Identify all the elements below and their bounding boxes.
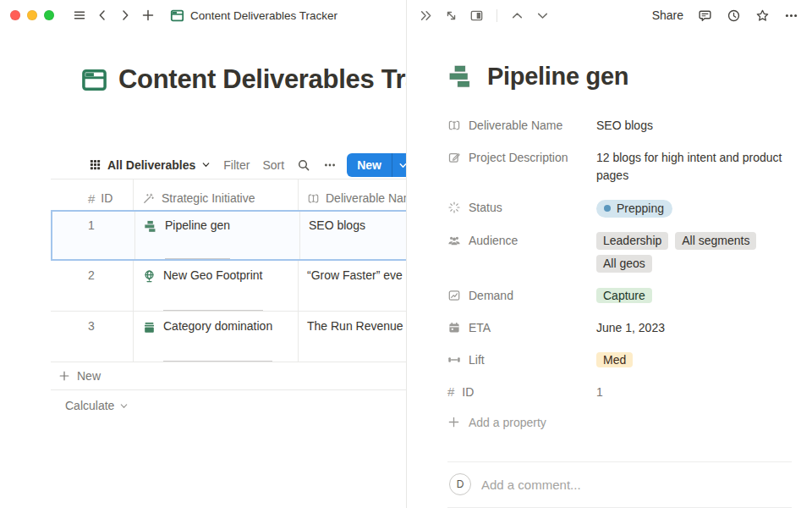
status-pill[interactable]: Prepping xyxy=(596,200,672,218)
double-chevron-right-icon[interactable] xyxy=(419,8,433,23)
peek-title-block: Pipeline gen xyxy=(447,63,792,91)
main-pane: Content Deliverables Tracker Content Del… xyxy=(0,0,406,508)
property-label[interactable]: Lift xyxy=(447,351,596,369)
page-link[interactable]: Category domination xyxy=(163,319,272,362)
property-label[interactable]: Project Description xyxy=(447,148,596,167)
new-record-split-button: New xyxy=(347,153,406,177)
cell-id[interactable]: 2 xyxy=(51,261,134,311)
property-value[interactable]: SEO blogs xyxy=(596,116,792,135)
property-list: Deliverable Name SEO blogs Project Descr… xyxy=(447,109,792,437)
cell-id[interactable]: 1 xyxy=(52,212,135,259)
search-icon[interactable] xyxy=(297,158,310,172)
calculate-button[interactable]: Calculate xyxy=(51,390,406,421)
new-record-button[interactable]: New xyxy=(347,153,392,177)
property-value[interactable]: Leadership All segments All geos xyxy=(596,231,765,273)
deliverable-value: The Run Revenue S xyxy=(307,319,406,362)
table-row[interactable]: 3 Category domination The Run Revenue S xyxy=(51,312,406,362)
peek-nav-controls xyxy=(419,8,550,23)
table-row[interactable]: 2 New Geo Footprint “Grow Faster” eve xyxy=(51,261,406,312)
property-label[interactable]: ETA xyxy=(447,318,596,337)
property-label[interactable]: Status xyxy=(447,198,596,217)
cell-deliverable[interactable]: “Grow Faster” eve xyxy=(299,261,406,311)
cell-initiative[interactable]: New Geo Footprint xyxy=(134,261,299,311)
property-value[interactable]: Capture xyxy=(596,286,792,305)
minimize-window-button[interactable] xyxy=(27,10,37,20)
property-value[interactable]: Prepping xyxy=(596,198,792,218)
table-header-row: # ID Strategic Initiative Deliverable Na… xyxy=(51,179,406,210)
property-value[interactable]: June 1, 2023 xyxy=(596,318,792,337)
star-icon[interactable] xyxy=(755,8,770,23)
peek-body: Pipeline gen Deliverable Name SEO blogs … xyxy=(407,30,812,508)
column-header-label: Strategic Initiative xyxy=(162,191,255,205)
table-page-icon xyxy=(81,67,107,93)
chevron-down-icon xyxy=(119,401,129,411)
zoom-window-button[interactable] xyxy=(44,10,54,20)
tag[interactable]: Leadership xyxy=(596,232,668,250)
sparkle-wand-icon xyxy=(142,192,155,205)
id-value: 2 xyxy=(88,268,95,311)
column-header-id[interactable]: # ID xyxy=(51,179,134,210)
tag-list: Leadership All segments All geos xyxy=(596,232,765,273)
cell-deliverable[interactable]: SEO blogs xyxy=(300,212,406,259)
filter-button[interactable]: Filter xyxy=(223,158,250,172)
table-row[interactable]: 1 Pipeline gen SEO blogs xyxy=(51,210,406,261)
cell-id[interactable]: 3 xyxy=(51,312,134,362)
tag[interactable]: Med xyxy=(596,352,633,367)
clock-icon[interactable] xyxy=(727,8,741,23)
property-value[interactable]: 12 blogs for high intent and product pag… xyxy=(596,148,792,185)
nav-back-icon[interactable] xyxy=(95,8,110,23)
page-link[interactable]: Pipeline gen xyxy=(165,218,230,259)
cell-initiative[interactable]: Category domination xyxy=(134,312,299,362)
comment-icon[interactable] xyxy=(698,8,712,23)
property-row-lift: Lift Med xyxy=(447,344,792,376)
cell-initiative[interactable]: Pipeline gen xyxy=(135,212,300,259)
property-row-audience: Audience Leadership All segments All geo… xyxy=(447,224,792,279)
people-icon xyxy=(447,234,461,247)
property-value[interactable]: 1 xyxy=(596,383,792,401)
comment-section: D xyxy=(447,461,792,508)
property-label[interactable]: # ID xyxy=(447,383,596,401)
column-header-deliverable[interactable]: Deliverable Name xyxy=(299,179,406,210)
add-row-button[interactable]: New xyxy=(51,362,406,390)
new-tab-plus-icon[interactable] xyxy=(140,8,156,23)
id-value: 3 xyxy=(88,319,95,362)
property-label[interactable]: Audience xyxy=(447,231,596,250)
page-title-block: Content Deliverables Tracker xyxy=(81,64,406,95)
close-window-button[interactable] xyxy=(10,10,20,20)
sort-button[interactable]: Sort xyxy=(262,158,284,172)
chevron-down-icon[interactable] xyxy=(535,8,550,23)
add-property-button[interactable]: Add a property xyxy=(447,408,792,437)
side-peek-icon[interactable] xyxy=(469,8,484,23)
view-selector[interactable]: All Deliverables xyxy=(89,158,211,172)
property-value[interactable]: Med xyxy=(596,351,792,369)
property-label[interactable]: Deliverable Name xyxy=(447,116,596,135)
chevron-up-icon[interactable] xyxy=(510,8,524,23)
property-name: Demand xyxy=(469,289,513,302)
new-record-dropdown-button[interactable] xyxy=(392,153,406,177)
column-header-label: ID xyxy=(101,191,112,205)
avatar: D xyxy=(449,473,471,495)
text-icon xyxy=(307,192,320,205)
database-table: # ID Strategic Initiative Deliverable Na… xyxy=(51,179,406,362)
more-options-ellipsis-icon[interactable] xyxy=(323,158,337,172)
tag[interactable]: All geos xyxy=(596,255,652,273)
tag[interactable]: All segments xyxy=(675,232,756,250)
chevron-down-icon xyxy=(398,161,407,170)
property-label[interactable]: Demand xyxy=(447,286,596,305)
cell-deliverable[interactable]: The Run Revenue S xyxy=(299,312,406,362)
archive-page-icon xyxy=(142,320,156,334)
peek-page-title[interactable]: Pipeline gen xyxy=(487,63,628,91)
page-link[interactable]: New Geo Footprint xyxy=(163,268,263,311)
nav-forward-icon[interactable] xyxy=(118,8,133,23)
deliverable-value: “Grow Faster” eve xyxy=(307,268,403,311)
more-options-ellipsis-icon[interactable] xyxy=(784,8,798,23)
column-header-initiative[interactable]: Strategic Initiative xyxy=(134,179,299,210)
globe-page-icon xyxy=(142,269,156,284)
tag[interactable]: Capture xyxy=(596,288,652,303)
comment-input[interactable] xyxy=(481,478,792,492)
share-button[interactable]: Share xyxy=(652,8,683,22)
window-titlebar: Content Deliverables Tracker xyxy=(0,0,406,30)
deliverable-value: SEO blogs xyxy=(309,218,365,259)
expand-icon[interactable] xyxy=(444,8,458,23)
hamburger-icon[interactable] xyxy=(72,8,87,23)
